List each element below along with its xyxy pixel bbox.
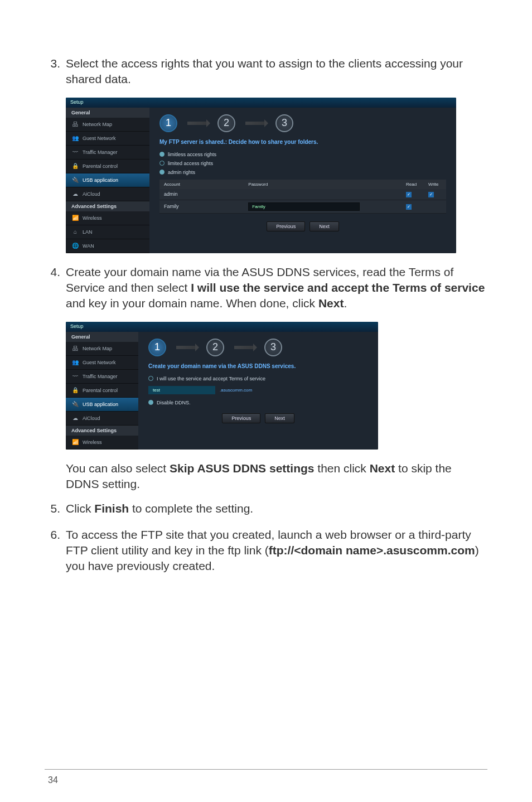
cell-read: ✓ (402, 189, 424, 200)
wan-icon: 🌐 (71, 242, 79, 250)
wizard-step-3: 3 (275, 114, 293, 132)
checkbox-icon[interactable]: ✓ (428, 192, 434, 197)
table-row: Family ✓ (159, 200, 446, 213)
next-button[interactable]: Next (309, 221, 339, 231)
sidebar-item-traffic-manager[interactable]: 〰Traffic Manager (66, 370, 138, 384)
step-body-6: To access the FTP site that you created,… (66, 527, 487, 574)
cell-write: ✓ (424, 189, 446, 200)
table-header-row: Account Password Read Write (159, 180, 446, 189)
wireless-icon: 📶 (71, 214, 79, 222)
arrow-icon (234, 346, 254, 349)
cloud-icon: ☁ (71, 190, 79, 198)
wizard-step-2: 2 (206, 339, 224, 356)
usb-icon: 🔌 (71, 176, 79, 184)
wizard-step-1: 1 (148, 339, 166, 356)
sidebar-item-usb-application[interactable]: 🔌USB application (66, 173, 149, 187)
step-5: 5. Click Finish to complete the setting. (45, 501, 487, 516)
network-map-icon: 品 (71, 120, 79, 128)
sidebar-item-parental-control[interactable]: 🔒Parental control (66, 384, 138, 398)
sidebar-item-usb-application[interactable]: 🔌USB application (66, 398, 138, 412)
screenshot-access-rights: Setup General 品Network Map 👥Guest Networ… (66, 98, 456, 253)
scr-heading: My FTP server is shared.: Decide how to … (159, 139, 446, 145)
sidebar-item-guest-network[interactable]: 👥Guest Network (66, 132, 149, 146)
traffic-icon: 〰 (71, 148, 79, 156)
radio-admin[interactable]: admin rights (159, 170, 446, 175)
scr-main: 1 2 3 Create your domain name via the AS… (138, 332, 378, 450)
previous-button[interactable]: Previous (267, 221, 305, 231)
cell-write (424, 200, 446, 213)
checkbox-icon[interactable]: ✓ (406, 204, 412, 210)
sidebar-item-network-map[interactable]: 品Network Map (66, 342, 138, 356)
wizard-steps: 1 2 3 (159, 114, 446, 132)
cloud-icon: ☁ (71, 414, 79, 422)
th-read: Read (402, 180, 424, 189)
cell-account: Family (159, 200, 244, 213)
scr-main: 1 2 3 My FTP server is shared.: Decide h… (149, 108, 456, 253)
step-num-6: 6. (45, 527, 66, 574)
password-input[interactable] (248, 202, 360, 211)
guest-icon: 👥 (71, 134, 79, 142)
sidebar-item-wan[interactable]: 🌐WAN (66, 239, 149, 253)
sidebar-item-parental-control[interactable]: 🔒Parental control (66, 160, 149, 173)
page-number: 34 (48, 775, 58, 785)
sidebar-item-traffic-manager[interactable]: 〰Traffic Manager (66, 146, 149, 160)
button-row: Previous Next (159, 221, 446, 231)
radio-dot-icon (148, 376, 153, 381)
step-4-note: You can also select Skip ASUS DDNS setti… (66, 461, 487, 492)
step-6: 6. To access the FTP site that you creat… (45, 527, 487, 574)
radio-dot-icon (148, 400, 153, 405)
domain-row: .asuscomm.com (148, 386, 368, 394)
wizard-step-2: 2 (217, 114, 235, 132)
screenshot-ddns: Setup General 品Network Map 👥Guest Networ… (66, 322, 378, 450)
arrow-icon (245, 122, 265, 125)
radio-limitless[interactable]: limitless access rights (159, 152, 446, 157)
th-account: Account (159, 180, 244, 189)
th-password: Password (244, 180, 402, 189)
wizard-step-3: 3 (264, 339, 282, 356)
sidebar: General 品Network Map 👥Guest Network 〰Tra… (66, 332, 138, 450)
footer-rule (45, 769, 487, 770)
step-body-3: Select the access rights that you want t… (66, 56, 487, 88)
wizard-steps: 1 2 3 (148, 339, 368, 356)
scr-titlebar: Setup (66, 322, 378, 332)
sidebar-item-wireless[interactable]: 📶Wireless (66, 211, 149, 225)
step-3: 3. Select the access rights that you wan… (45, 56, 487, 88)
sidebar-item-guest-network[interactable]: 👥Guest Network (66, 356, 138, 370)
th-write: Write (424, 180, 446, 189)
sidebar-general-header: General (66, 108, 149, 118)
sidebar-item-wireless[interactable]: 📶Wireless (66, 436, 138, 450)
traffic-icon: 〰 (71, 373, 79, 380)
sidebar-item-aicloud[interactable]: ☁AiCloud (66, 412, 138, 426)
step-num-3: 3. (45, 56, 66, 88)
arrow-icon (187, 122, 207, 125)
next-button[interactable]: Next (265, 413, 294, 423)
scr-heading: Create your domain name via the ASUS DDN… (148, 363, 368, 369)
radio-dot-icon (159, 161, 165, 166)
cell-read: ✓ (402, 200, 424, 213)
lan-icon: ⌂ (71, 228, 79, 236)
sidebar: General 品Network Map 👥Guest Network 〰Tra… (66, 108, 149, 253)
previous-button[interactable]: Previous (222, 413, 260, 423)
sidebar-item-network-map[interactable]: 品Network Map (66, 118, 149, 132)
cell-password (244, 200, 402, 213)
sidebar-item-aicloud[interactable]: ☁AiCloud (66, 187, 149, 201)
accounts-table: Account Password Read Write admin ✓ ✓ Fa… (159, 180, 446, 214)
step-body-4: Create your domain name via the ASUS DDN… (66, 264, 487, 312)
radio-disable-ddns[interactable]: Disable DDNS. (148, 400, 368, 405)
radio-dot-icon (159, 152, 165, 157)
sidebar-general-header: General (66, 332, 138, 342)
wizard-step-1: 1 (159, 114, 177, 132)
step-num-4: 4. (45, 264, 66, 312)
step-num-5: 5. (45, 501, 66, 516)
button-row: Previous Next (148, 413, 368, 423)
domain-input[interactable] (148, 386, 215, 394)
radio-accept-terms[interactable]: I will use the service and accept Terms … (148, 376, 368, 381)
radio-limited[interactable]: limited access rights (159, 161, 446, 166)
sidebar-advanced-header: Advanced Settings (66, 201, 149, 211)
sidebar-item-lan[interactable]: ⌂LAN (66, 225, 149, 239)
wireless-icon: 📶 (71, 438, 79, 446)
step-4: 4. Create your domain name via the ASUS … (45, 264, 487, 312)
cell-password (244, 189, 402, 200)
arrow-icon (176, 346, 196, 349)
checkbox-icon[interactable]: ✓ (406, 192, 412, 197)
